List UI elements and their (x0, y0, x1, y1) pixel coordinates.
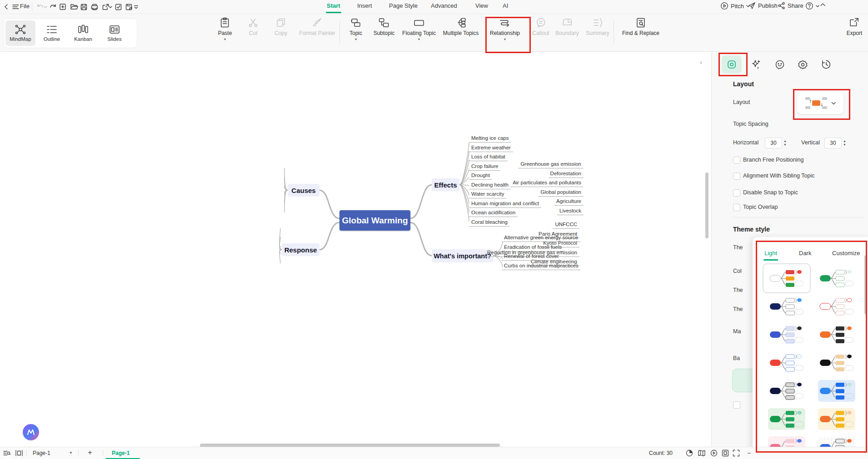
clipped-label-3: The (733, 287, 743, 293)
help-icon (805, 2, 813, 10)
subtopic-label[interactable]: Alternative green energy source (502, 234, 580, 242)
theme-thumbnail-red-multiline[interactable] (768, 352, 805, 374)
add-page-button[interactable]: + (88, 448, 92, 457)
theme-thumbnail-ink-gray[interactable] (768, 380, 805, 402)
effects-children: Melting ice capsExtreme weatherLoss of h… (469, 135, 541, 227)
subtopic-label[interactable]: Eradication of fossil fuels (502, 244, 564, 252)
help-dropdown-icon (816, 4, 819, 8)
theme-tab-dark[interactable]: Dark (799, 250, 811, 257)
status-bar: Page-1 ▼ + Page-1 Count: 30 − (0, 447, 868, 459)
subtopic-label[interactable]: Loss of habitat (469, 153, 508, 161)
export-button[interactable]: Export (847, 17, 863, 36)
theme-thumbnail-royal-blue[interactable] (768, 324, 805, 345)
theme-thumbnail-blue-on-blue[interactable] (818, 380, 855, 402)
background-checkbox[interactable] (733, 401, 740, 409)
theme-style-popup: Light Dark Customize (753, 237, 868, 459)
checkbox-disable-snap[interactable] (733, 189, 740, 197)
theme-thumbnail-orange-dark[interactable] (818, 324, 855, 345)
pitch-button[interactable]: Pitch (720, 2, 750, 10)
theme-popup-scrollbar[interactable] (864, 255, 867, 314)
chevron-down-icon (831, 101, 836, 106)
subtopic-label[interactable]: Extreme weather (469, 144, 513, 152)
topic-whats-important[interactable]: What's important? (432, 249, 493, 262)
pie-progress-icon[interactable] (685, 449, 693, 457)
theme-thumbnail-green[interactable] (818, 267, 855, 289)
play-icon[interactable] (710, 449, 718, 457)
clipped-label-4: The (733, 306, 743, 312)
theme-thumbnail-black-beige[interactable] (818, 352, 855, 374)
clipped-label-2: Col (733, 268, 742, 274)
panel-divider (732, 217, 864, 217)
whats-important-children: Alternative green energy sourceEradicati… (502, 234, 581, 270)
map-overview-icon[interactable] (698, 449, 706, 457)
subtopic-label[interactable]: Livestock (557, 207, 584, 215)
slide-preview-icon[interactable] (15, 449, 23, 457)
horizontal-stepper[interactable]: ▲▼ (783, 139, 787, 146)
vertical-spacing-input[interactable]: 30 (824, 138, 842, 148)
subtopic-label[interactable]: Water scarcity (469, 191, 506, 198)
subtopic-label[interactable]: Human migration and conflict (469, 200, 541, 208)
theme-thumbnail-green-on-green[interactable] (768, 408, 805, 430)
page-tab-active[interactable]: Page-1 (112, 450, 130, 456)
topic-spacing-label: Topic Spacing (733, 121, 768, 127)
history-clock-icon[interactable] (816, 55, 836, 74)
layout-panel-icon[interactable] (722, 55, 742, 74)
subtopic-label[interactable]: Melting ice caps (469, 135, 511, 143)
topic-effects[interactable]: Effects (432, 178, 459, 191)
center-topic[interactable]: Global Warming (339, 210, 410, 231)
subtopic-label[interactable]: Renewal of forest cover (502, 253, 561, 261)
subtopic-label[interactable]: Deforestation (548, 170, 584, 178)
topic-causes[interactable]: Causes (288, 184, 319, 197)
subtopic-label[interactable]: UNFCCC (553, 221, 579, 229)
share-icon (778, 2, 785, 10)
fullscreen-icon[interactable] (732, 449, 740, 457)
vertical-scrollbar[interactable] (705, 173, 708, 238)
checkbox-branch-free-positioning[interactable] (733, 157, 740, 164)
outline-view-icon[interactable] (3, 449, 11, 457)
topic-overlap-label: Topic Overlap (743, 204, 778, 210)
zoom-out-icon[interactable]: − (747, 449, 751, 457)
theme-thumbnail-navy-blue-dot[interactable] (768, 296, 805, 317)
collapse-panel-icon[interactable]: › (700, 58, 702, 66)
checkbox-topic-overlap[interactable] (733, 204, 740, 211)
theme-thumbnail-sketch-lines[interactable] (818, 296, 855, 317)
logo-mark-icon (26, 428, 35, 437)
page-selector[interactable]: Page-1 (33, 450, 50, 456)
theme-tab-underline (763, 259, 778, 261)
edrawmind-logo[interactable] (23, 424, 39, 440)
clipped-label-5: Ma (733, 328, 741, 335)
style-badge-icon[interactable] (793, 55, 813, 74)
share-button[interactable]: Share (778, 2, 803, 10)
sticker-icon[interactable] (770, 55, 790, 74)
ai-sparkle-icon[interactable] (746, 55, 766, 74)
subtopic-label[interactable]: Drought (469, 172, 492, 180)
vertical-stepper[interactable]: ▲▼ (843, 139, 846, 146)
subtopic-label[interactable]: Agriculture (554, 198, 584, 206)
vertical-label: Vertical (801, 139, 820, 146)
theme-tab-customize[interactable]: Customize (832, 250, 860, 257)
subtopic-label[interactable]: Crop failure (469, 163, 500, 171)
page-selector-dropdown-icon[interactable]: ▼ (69, 451, 73, 455)
theme-tab-light[interactable]: Light (764, 250, 777, 257)
clipped-label-1: The (733, 244, 743, 251)
layout-dropdown[interactable] (797, 92, 843, 114)
theme-thumbnail-classic-colorful[interactable] (768, 267, 805, 289)
subtopic-label[interactable]: Global population (538, 189, 584, 197)
subtopic-label[interactable]: Curbs on industrial malpractices (502, 262, 581, 270)
help-button[interactable] (805, 2, 819, 10)
collapse-ribbon-icon[interactable] (820, 2, 826, 8)
checkbox-alignment-sibling[interactable] (733, 173, 740, 180)
horizontal-label: Horizontal (733, 139, 758, 146)
horizontal-spacing-input[interactable]: 30 (765, 138, 782, 148)
layout-header: Layout (733, 80, 754, 88)
clipped-label-6: Ba (733, 355, 740, 361)
subtopic-label[interactable]: Declining health (469, 182, 511, 189)
topic-response[interactable]: Response (282, 243, 319, 256)
count-label: Count: 30 (649, 450, 673, 456)
publish-button[interactable]: Publish (748, 2, 778, 10)
mindmap-canvas[interactable]: Global Warming Causes Effects Response W… (0, 52, 711, 447)
theme-thumbnail-sunset-yellow[interactable] (818, 408, 855, 430)
layout-label: Layout (733, 99, 750, 105)
subtopic-label[interactable]: Ocean acidification (469, 209, 518, 217)
fit-window-icon[interactable] (721, 449, 729, 457)
